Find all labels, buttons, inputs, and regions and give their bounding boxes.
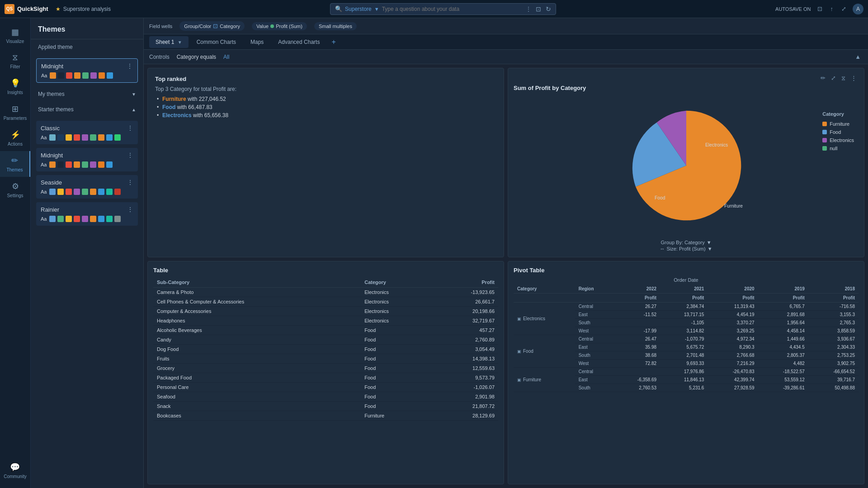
search-bar[interactable]: 🔍 Superstore ▼ ⋮ ⊡ ↻ [330,3,556,15]
themes-icon: ✏ [11,156,18,166]
tab-advanced-charts[interactable]: Advanced Charts [272,36,326,48]
classic-swatch-1 [49,134,56,141]
pie-more-icon[interactable]: ⋮ [849,74,859,83]
applied-theme-card[interactable]: Midnight ⋮ Aa [36,58,138,83]
rainier-swatch-6 [90,216,96,222]
midnight-theme-menu-icon[interactable]: ⋮ [127,152,133,159]
my-themes-header[interactable]: My themes ▼ [31,86,143,102]
pivot-th-region: Region [575,284,614,294]
content-area: Field wells Group/Color ⊡ Category Value… [144,18,868,488]
midnight-preview-aa: Aa [41,162,47,167]
swatch-4 [74,72,80,79]
rainier-swatch-2 [57,216,64,222]
size-icon: ↔ [660,246,665,251]
applied-theme-menu-icon[interactable]: ⋮ [127,62,133,70]
td-profit: 14,398.13 [430,354,498,364]
td-profit: 2,901.98 [430,392,498,402]
autosave-badge: AUTOSAVE ON [775,6,811,12]
nav-parameters[interactable]: ⊞ Parameters [0,99,30,125]
label-electronics: Electronics [705,142,728,147]
share-icon[interactable]: ⊡ [816,5,824,13]
tab-common-charts[interactable]: Common Charts [190,36,242,48]
table-body: Camera & Photo Electronics -13,923.65 Ce… [153,288,498,421]
classic-theme-menu-icon[interactable]: ⋮ [127,124,133,132]
nav-filter[interactable]: ⧖ Filter [0,48,30,74]
seaside-swatch-6 [90,189,96,195]
nav-insights[interactable]: 💡 Insights [0,74,30,99]
swatch-7 [99,72,105,79]
nav-community[interactable]: 💬 Community [4,458,27,483]
rainier-swatch-4 [74,216,80,222]
pivot-category: ▣Food [514,335,575,368]
nav-settings[interactable]: ⚙ Settings [0,177,30,203]
analysis-title[interactable]: Superstore analysis [63,6,111,12]
nav-themes[interactable]: ✏ Themes [0,151,30,177]
value-pill[interactable]: Value Profit (Sum) [252,22,307,30]
tab-maps[interactable]: Maps [244,36,270,48]
export-icon[interactable]: ↑ [829,5,835,13]
td-category: Food [361,345,430,354]
item3-label: Electronics [162,112,192,118]
group-color-label: Group/Color [184,24,211,29]
theme-card-rainier[interactable]: Rainier ⋮ Aa [36,202,138,226]
group-color-pill[interactable]: Group/Color ⊡ Category [179,21,245,31]
legend-dot-food [822,130,827,134]
rainier-swatch-1 [49,216,56,222]
td-profit: 20,198.66 [430,307,498,316]
search-icon: 🔍 [335,5,342,12]
add-sheet-button[interactable]: + [328,38,339,46]
pie-filter-icon[interactable]: ⧖ [840,74,847,83]
field-wells-bar: Field wells Group/Color ⊡ Category Value… [144,18,868,34]
size-item[interactable]: ↔ Size: Profit (Sum) ▼ [660,246,712,251]
pivot-value-1: 11,846.13 [660,376,708,384]
pivot-value-4: 50,498.88 [808,384,859,392]
tab-sheet1-arrow[interactable]: ▼ [178,40,182,45]
tab-sheet1[interactable]: Sheet 1 ▼ [149,36,189,48]
pivot-value-2: 7,216.29 [708,360,758,368]
starter-themes-header[interactable]: Starter themes ▲ [31,102,143,117]
pivot-value-1: 13,717.15 [660,311,708,319]
theme-card-seaside[interactable]: Seaside ⋮ Aa [36,175,138,199]
swatch-3 [66,72,72,79]
nav-actions[interactable]: ⚡ Actions [0,125,30,151]
seaside-swatch-9 [114,189,121,195]
theme-card-midnight[interactable]: Midnight ⋮ Aa [36,148,138,171]
item2-label: Food [162,104,175,110]
nav-insights-label: Insights [7,90,23,95]
top-ranked-subtitle: Top 3 Category for total Profit are: [155,86,496,92]
rainier-preview-aa: Aa [41,216,47,222]
widget-top-ranked: Top ranked Top 3 Category for total Prof… [147,68,504,257]
td-profit: 26,661.7 [430,297,498,307]
user-avatar[interactable]: A [853,4,863,14]
pie-edit-icon[interactable]: ✏ [819,74,827,83]
midnight-theme-preview: Aa [41,161,133,168]
search-refresh-icon[interactable]: ↻ [546,5,551,13]
midnight-swatch-4 [74,161,80,168]
pivot-value-1: -1,105 [660,319,708,327]
small-multiples-pill[interactable]: Small multiples [314,22,357,30]
group-by-item[interactable]: Group By: Category ▼ [660,240,711,245]
pie-expand-icon[interactable]: ⤢ [829,74,838,83]
fullscreen-icon[interactable]: ⤢ [840,5,848,13]
app-logo[interactable]: QS QuickSight [5,4,48,14]
source-dropdown-icon[interactable]: ▼ [374,6,379,12]
td-profit: -1,026.07 [430,383,498,392]
tab-common-charts-label: Common Charts [197,39,236,45]
search-source[interactable]: Superstore [345,6,372,12]
search-mode-icon[interactable]: ⊡ [536,5,541,13]
actions-icon: ⚡ [10,130,20,140]
rainier-theme-menu-icon[interactable]: ⋮ [127,206,133,213]
legend-title: Category [822,111,854,117]
swatch-5 [82,72,89,79]
controls-collapse-icon[interactable]: ▲ [853,52,863,61]
td-category: Food [361,373,430,383]
controls-filter-value[interactable]: All [223,54,229,60]
nav-visualize[interactable]: ▦ Visualize [0,23,30,48]
pivot-value-3: 2,805.37 [758,351,808,360]
theme-card-classic[interactable]: Classic ⋮ Aa [36,121,138,144]
td-subcategory: Snack [153,402,361,411]
pivot-title: Pivot Table [514,267,859,274]
search-input[interactable] [382,6,523,12]
seaside-theme-menu-icon[interactable]: ⋮ [127,179,133,186]
td-category: Electronics [361,297,430,307]
